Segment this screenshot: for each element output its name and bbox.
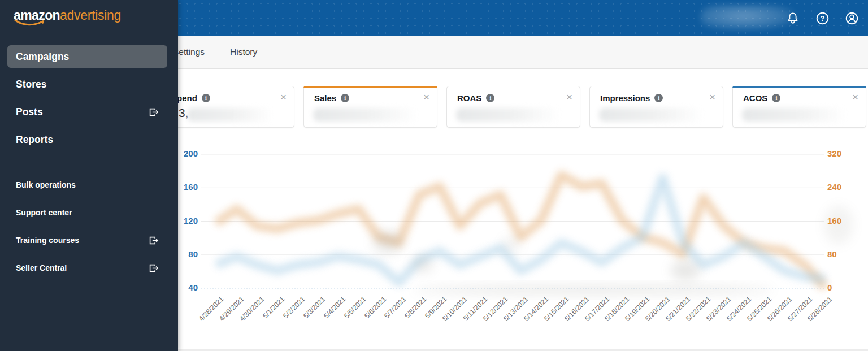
redacted-value (599, 108, 704, 122)
tab-history[interactable]: History (230, 47, 257, 57)
sidebar-item-campaigns[interactable]: Campaigns (7, 45, 167, 68)
redacted-value (187, 108, 273, 122)
x-axis-date-label: 4/29/2021 (218, 295, 246, 323)
x-axis-date-label: 5/28/2021 (806, 295, 834, 323)
x-axis-date-label: 4/30/2021 (238, 295, 266, 323)
sidebar-item-label: Seller Central (16, 263, 67, 272)
external-link-icon (148, 107, 159, 118)
redacted-value (742, 108, 847, 122)
x-axis-date-label: 5/25/2021 (745, 295, 773, 323)
info-icon[interactable]: i (341, 94, 349, 102)
amazon-advertising-logo[interactable]: amazon advertising (14, 8, 121, 23)
sidebar-secondary-nav: Bulk operationsSupport centerTraining co… (0, 174, 178, 284)
redacted-value (456, 108, 561, 122)
x-axis-date-label: 5/4/2021 (322, 295, 347, 320)
card-accent-bar (732, 86, 866, 88)
redacted-value (313, 108, 418, 122)
sidebar-item-label: Stores (16, 79, 46, 90)
right-axis-tick-label: 0 (827, 283, 857, 292)
x-axis-date-label: 5/2/2021 (281, 295, 306, 320)
x-axis-date-label: 5/20/2021 (644, 295, 671, 323)
close-icon[interactable]: × (566, 92, 572, 102)
metric-card-sales[interactable]: Salesi× (303, 86, 437, 128)
right-axis-tick-label: 160 (827, 216, 857, 226)
external-link-icon (148, 263, 159, 274)
close-icon[interactable]: × (852, 92, 858, 102)
card-metric-label: ROAS (457, 93, 481, 103)
x-axis-date-label: 5/3/2021 (302, 295, 327, 320)
close-icon[interactable]: × (280, 92, 287, 102)
close-icon[interactable]: × (423, 92, 429, 102)
metric-card-spend[interactable]: Spendi×3, (160, 86, 294, 128)
close-icon[interactable]: × (709, 92, 715, 102)
sidebar-item-bulk-operations[interactable]: Bulk operations (7, 174, 167, 196)
card-label-row: Impressionsi (600, 93, 663, 103)
metric-card-impressions[interactable]: Impressionsi× (589, 86, 723, 128)
sidebar-item-support-center[interactable]: Support center (7, 201, 167, 224)
info-icon[interactable]: i (202, 94, 210, 102)
sidebar-divider (8, 167, 167, 167)
x-axis-date-label: 5/12/2021 (481, 295, 509, 323)
user-circle-icon (844, 11, 860, 26)
metric-card-roas[interactable]: ROASi× (446, 86, 580, 128)
sidebar-item-training-courses[interactable]: Training courses (7, 229, 167, 252)
card-label-row: ROASi (457, 93, 494, 103)
sidebar-item-label: Reports (16, 134, 53, 146)
logo-amazon-text: amazon (14, 8, 60, 23)
sidebar-item-label: Campaigns (16, 51, 69, 63)
sidebar-item-label: Bulk operations (16, 180, 76, 189)
redacted-account-info (701, 5, 796, 30)
x-axis-date-label: 5/14/2021 (522, 295, 550, 323)
info-icon[interactable]: i (486, 94, 494, 102)
account-button[interactable] (843, 10, 860, 27)
card-metric-label: Impressions (600, 93, 650, 103)
x-axis-date-label: 5/13/2021 (502, 295, 530, 323)
card-label-row: Salesi (314, 93, 349, 103)
x-axis-date-label: 5/17/2021 (583, 295, 611, 323)
sidebar: amazon advertising CampaignsStoresPostsR… (0, 0, 178, 351)
x-axis-date-label: 5/5/2021 (342, 295, 367, 320)
amazon-smile-icon (14, 19, 46, 27)
x-axis-date-label: 5/22/2021 (684, 295, 712, 323)
svg-text:?: ? (820, 14, 824, 23)
x-axis-date-label: 5/11/2021 (462, 295, 489, 323)
x-axis-date-label: 5/21/2021 (664, 295, 692, 323)
notifications-bell-button[interactable] (784, 10, 801, 27)
right-axis-tick-label: 80 (827, 249, 857, 259)
x-axis-date-label: 5/23/2021 (705, 295, 732, 323)
x-axis-date-label: 5/27/2021 (786, 295, 814, 323)
x-axis-date-label: 5/19/2021 (624, 295, 652, 323)
sidebar-item-label: Posts (16, 106, 43, 118)
sidebar-item-label: Support center (16, 208, 72, 217)
card-accent-bar (303, 86, 437, 88)
sidebar-item-label: Training courses (16, 236, 79, 245)
card-metric-label: Sales (314, 93, 336, 103)
header-icon-group: ? (784, 0, 860, 36)
sidebar-item-reports[interactable]: Reports (7, 128, 167, 151)
info-icon[interactable]: i (654, 94, 663, 102)
external-link-icon (148, 235, 159, 246)
x-axis-date-label: 5/15/2021 (542, 295, 570, 323)
sidebar-primary-nav: CampaignsStoresPostsReports (0, 45, 178, 156)
x-axis-date-label: 5/9/2021 (423, 295, 448, 320)
sidebar-item-stores[interactable]: Stores (7, 73, 167, 96)
metric-card-acos[interactable]: ACOSi× (732, 86, 866, 128)
sidebar-item-posts[interactable]: Posts (7, 101, 167, 123)
x-axis-date-label: 4/28/2021 (198, 295, 225, 323)
card-metric-label: ACOS (743, 93, 767, 103)
x-axis-date-label: 5/8/2021 (403, 295, 428, 320)
info-icon[interactable]: i (772, 94, 780, 102)
help-button[interactable]: ? (814, 10, 831, 27)
logo-advertising-text: advertising (60, 8, 121, 23)
card-label-row: ACOSi (743, 93, 780, 103)
sidebar-item-seller-central[interactable]: Seller Central (7, 257, 167, 279)
x-axis-date-label: 5/10/2021 (441, 295, 468, 323)
x-axis-date-label: 5/24/2021 (725, 295, 753, 323)
x-axis-date-label: 5/6/2021 (363, 295, 388, 320)
right-axis-tick-label: 240 (827, 182, 857, 192)
x-axis-date-label: 5/26/2021 (766, 295, 793, 323)
x-axis-date-label: 5/16/2021 (563, 295, 591, 323)
bell-icon (785, 11, 800, 25)
x-axis-date-label: 5/7/2021 (383, 295, 408, 320)
question-circle-icon: ? (815, 11, 830, 26)
